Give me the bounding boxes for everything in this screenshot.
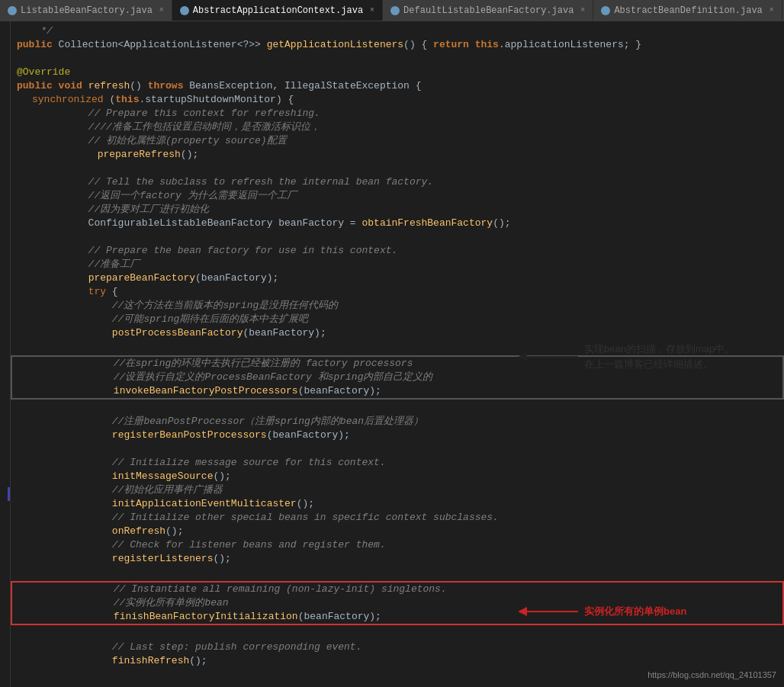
code-line: // 初始化属性源(property source)配置 [11, 134, 784, 148]
code-line: // Prepare this context for refreshing. [11, 107, 784, 120]
code-line: ConfigurableListableBeanFactory beanFact… [11, 217, 784, 230]
code-line: //这个方法在当前版本的spring是没用任何代码的 [11, 299, 784, 313]
code-line [11, 566, 784, 579]
tab-icon-defaultlistable [390, 6, 400, 15]
code-line: // Initialize other special beans in spe… [11, 511, 784, 525]
code-line: */ [11, 24, 784, 38]
code-line: //初始化应用事件广播器 [11, 483, 784, 497]
code-line [11, 230, 784, 244]
code-line [11, 52, 784, 66]
code-line: // Prepare the bean factory for use in t… [11, 244, 784, 258]
tab-label-listable: ListableBeanFactory.java [21, 5, 153, 16]
highlight-box-1: //在spring的环境中去执行已经被注册的 factory processor… [11, 355, 784, 400]
code-line: //可能spring期待在后面的版本中去扩展吧 [11, 313, 784, 326]
code-line: ////准备工作包括设置启动时间，是否激活标识位， [11, 120, 784, 134]
code-line: finishBeanFactoryInitialization(beanFact… [12, 610, 782, 624]
code-line [11, 442, 784, 456]
code-line: synchronized (this.startupShutdownMonito… [11, 93, 784, 107]
code-line [11, 340, 784, 354]
editor-gutter [0, 21, 11, 687]
code-line: try { [11, 285, 784, 299]
editor-area: */ public Collection<ApplicationListener… [0, 21, 784, 687]
tab-icon-abstractbeandef [601, 6, 610, 15]
tab-label-abstractapp: AbstractApplicationContext.java [193, 5, 363, 16]
tab-icon-listable [8, 6, 17, 15]
code-line: //注册beanPostProcessor（注册spring内部的bean后置处… [11, 415, 784, 429]
code-line: @Override [11, 66, 784, 79]
code-line: // Tell the subclass to refresh the inte… [11, 175, 784, 189]
tab-close-listable[interactable]: × [159, 6, 164, 14]
code-line: invokeBeanFactoryPostProcessors(beanFact… [12, 384, 782, 398]
code-line: // Last step: publish corresponding even… [11, 640, 784, 654]
code-line [11, 162, 784, 175]
code-line: //返回一个factory 为什么需要返回一个工厂 [11, 189, 784, 203]
tab-label-abstractbeandef: AbstractBeanDefinition.java [614, 5, 762, 16]
code-line: public void refresh() throws BeansExcept… [11, 79, 784, 93]
left-marker [8, 487, 10, 501]
code-line: // Check for listener beans and register… [11, 538, 784, 552]
highlight-box-2: // Instantiate all remaining (non-lazy-i… [11, 581, 784, 625]
code-line: initMessageSource(); [11, 470, 784, 483]
code-line: postProcessBeanFactory(beanFactory); [11, 326, 784, 340]
code-line [11, 627, 784, 640]
code-line: // Instantiate all remaining (non-lazy-i… [12, 583, 782, 596]
code-line: //准备工厂 [11, 258, 784, 271]
tab-close-abstractapp[interactable]: × [370, 6, 374, 14]
tab-defaultlistable[interactable]: DefaultListableBeanFactory.java × [383, 0, 593, 21]
code-line: finishRefresh(); [11, 654, 784, 668]
code-line [11, 401, 784, 415]
code-line: prepareBeanFactory(beanFactory); [11, 271, 784, 285]
code-line: registerBeanPostProcessors(beanFactory); [11, 429, 784, 442]
code-line: initApplicationEventMulticaster(); [11, 497, 784, 511]
tab-abstractbeandef[interactable]: AbstractBeanDefinition.java × [593, 0, 782, 21]
code-line: //因为要对工厂进行初始化 [11, 203, 784, 217]
code-line: //设置执行自定义的ProcessBeanFactory 和spring内部自己… [12, 371, 782, 384]
code-line: //实例化所有单例的bean [12, 596, 782, 610]
tab-close-defaultlistable[interactable]: × [580, 6, 585, 14]
tab-bar: ListableBeanFactory.java × AbstractAppli… [0, 0, 784, 21]
code-line: onRefresh(); [11, 525, 784, 538]
code-line: registerListeners(); [11, 552, 784, 566]
tab-icon-abstractapp [180, 6, 189, 15]
tab-abstractapp[interactable]: AbstractApplicationContext.java × [172, 0, 383, 21]
code-line: // Initialize message source for this co… [11, 456, 784, 470]
code-content: */ public Collection<ApplicationListener… [11, 21, 784, 687]
tab-listable[interactable]: ListableBeanFactory.java × [0, 0, 172, 21]
tab-close-abstractbeandef[interactable]: × [770, 6, 774, 14]
tab-label-defaultlistable: DefaultListableBeanFactory.java [403, 5, 574, 16]
code-line: public Collection<ApplicationListener<?>… [11, 38, 784, 52]
code-line: prepareRefresh(); [11, 148, 784, 162]
code-line: //在spring的环境中去执行已经被注册的 factory processor… [12, 357, 782, 371]
